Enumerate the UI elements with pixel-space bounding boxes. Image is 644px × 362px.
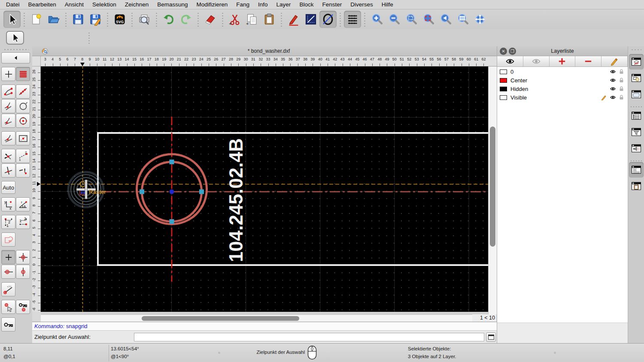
handle-right[interactable] <box>199 190 204 194</box>
crosshair-vertical-button[interactable] <box>16 265 30 279</box>
coord-cartesian-button[interactable]: yx <box>1 197 15 211</box>
vertical-scrollbar-thumb[interactable] <box>490 127 495 247</box>
layer-row-center[interactable]: Center <box>497 76 628 84</box>
snap-restrict-off-button[interactable]: ! <box>16 163 30 178</box>
snap-grid-button[interactable] <box>16 67 30 81</box>
zoom-previous-button[interactable] <box>437 11 454 28</box>
copy-button[interactable]: + <box>243 11 261 28</box>
part-label-text[interactable]: 104.245.02.4B <box>225 138 246 262</box>
menu-layer[interactable]: Layer <box>272 0 295 9</box>
snap-perpendicular-button[interactable] <box>1 99 15 113</box>
menu-fang[interactable]: Fang <box>232 0 254 9</box>
horizontal-scrollbar[interactable] <box>41 314 472 322</box>
crosshair-horizontal-button[interactable] <box>1 265 15 279</box>
dock-clipboard-toggle-button[interactable] <box>629 178 644 194</box>
paste-button[interactable] <box>261 11 278 28</box>
menu-modifizieren[interactable]: Modifizieren <box>192 0 232 9</box>
menu-diverses[interactable]: Diverses <box>346 0 377 9</box>
ellipse-tool-button[interactable] <box>319 11 337 28</box>
handle-center[interactable] <box>170 190 174 194</box>
print-preview-button[interactable] <box>136 11 153 28</box>
menu-datei[interactable]: Datei <box>2 0 24 9</box>
zoom-in-button[interactable] <box>368 11 386 28</box>
layer-edit-button[interactable] <box>601 56 628 66</box>
undo-button[interactable] <box>160 11 177 28</box>
menu-block[interactable]: Block <box>295 0 318 9</box>
lock-relative-zero-button[interactable] <box>16 300 30 314</box>
cursor-button[interactable] <box>3 11 21 28</box>
drawing-canvas[interactable]: 104.245.02.4B Raster <box>41 66 488 312</box>
eraser-button[interactable] <box>202 11 219 28</box>
snap-middle-button[interactable] <box>1 131 15 145</box>
line-tool-button[interactable] <box>302 11 319 28</box>
layer-lock-icon[interactable] <box>619 69 624 75</box>
snap-select-point-button[interactable] <box>1 300 15 314</box>
menu-bearbeiten[interactable]: Bearbeiten <box>24 0 61 9</box>
layer-lock-icon[interactable] <box>619 94 624 100</box>
snap-center-button[interactable] <box>16 114 30 128</box>
layer-visibility-icon[interactable] <box>609 69 617 75</box>
layer-lock-icon[interactable] <box>619 77 624 83</box>
snap-endpoints-button[interactable] <box>1 84 15 99</box>
horizontal-scrollbar-thumb[interactable] <box>142 316 299 321</box>
layer-color-swatch[interactable] <box>500 95 507 100</box>
panel-float-button[interactable]: ❐ <box>509 48 516 55</box>
dim-relative-button[interactable]: 21 <box>1 215 15 229</box>
draw-pencil-button[interactable] <box>285 11 302 28</box>
washer-outline-rect[interactable] <box>98 133 488 265</box>
snap-ortho-button[interactable] <box>1 163 15 178</box>
layer-visibility-icon[interactable] <box>609 86 617 92</box>
handle-bottom[interactable] <box>170 219 174 224</box>
snap-tangent-button[interactable] <box>1 114 15 128</box>
layer-color-swatch[interactable] <box>500 78 507 83</box>
relative-zero-key-button[interactable] <box>1 317 15 332</box>
menu-ansicht[interactable]: Ansicht <box>61 0 88 9</box>
layer-remove-button[interactable] <box>575 56 601 66</box>
snap-on-entity-button[interactable] <box>16 84 30 99</box>
save-button[interactable] <box>70 11 87 28</box>
handle-left[interactable] <box>140 190 144 194</box>
auto-snap-button[interactable]: Auto <box>1 181 15 194</box>
cut-button[interactable]: + <box>226 11 243 28</box>
grid-toggle-button[interactable] <box>344 11 361 28</box>
menu-selektion[interactable]: Selektion <box>88 0 121 9</box>
dock-filter-toggle-button[interactable] <box>629 124 644 140</box>
menu-zeichnen[interactable]: Zeichnen <box>121 0 153 9</box>
zoom-pan-button[interactable] <box>471 11 489 28</box>
plus-tool-button[interactable] <box>1 250 15 264</box>
dock-library-toggle-button[interactable] <box>629 141 644 156</box>
dock-layer-toggle-button[interactable] <box>629 54 644 69</box>
eye-none-button[interactable] <box>523 56 550 66</box>
folder-open-button[interactable] <box>45 11 62 28</box>
snap-circle-button[interactable] <box>16 99 30 113</box>
dock-view-toggle-button[interactable] <box>629 87 644 102</box>
dock-property-toggle-button[interactable] <box>629 108 644 124</box>
layer-visibility-icon[interactable] <box>609 77 617 83</box>
snap-reference-button[interactable] <box>16 131 30 145</box>
dim-absolute-button[interactable]: 12 <box>16 215 30 229</box>
handle-top[interactable] <box>170 160 174 164</box>
panel-close-button[interactable]: ✕ <box>500 48 507 55</box>
coord-polar-button[interactable]: ra <box>16 197 30 211</box>
layer-visibility-icon[interactable] <box>609 94 617 100</box>
snap-intersection-button[interactable] <box>1 149 15 163</box>
document-title[interactable]: * bond_washer.dxf <box>41 46 497 56</box>
layer-row-hidden[interactable]: Hidden <box>497 84 628 93</box>
dock-command-toggle-button[interactable]: command <box>629 162 644 178</box>
layer-row-visible[interactable]: Visible <box>497 93 628 102</box>
layer-color-swatch[interactable] <box>500 87 507 91</box>
shape-tool-button[interactable] <box>1 232 15 247</box>
svg-export-button[interactable]: SVG <box>111 11 128 28</box>
save-as-button[interactable] <box>87 11 104 28</box>
menu-info[interactable]: Info <box>254 0 272 9</box>
zoom-auto-button[interactable] <box>403 11 420 28</box>
protractor-button[interactable] <box>1 282 15 296</box>
layer-add-button[interactable] <box>550 56 576 66</box>
pointer-tool-button[interactable] <box>6 31 24 45</box>
eye-all-button[interactable] <box>497 56 523 66</box>
zoom-window-button[interactable] <box>454 11 471 28</box>
zoom-selection-button[interactable] <box>420 11 437 28</box>
zoom-out-button[interactable] <box>386 11 403 28</box>
vertical-scrollbar[interactable] <box>488 66 497 314</box>
command-input[interactable] <box>134 333 484 341</box>
